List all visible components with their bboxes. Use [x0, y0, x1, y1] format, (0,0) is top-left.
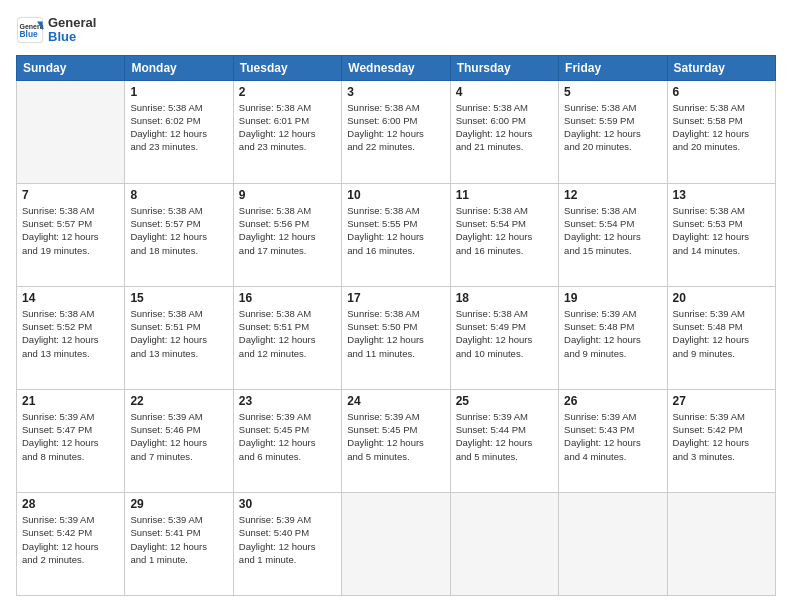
week-row-3: 14Sunrise: 5:38 AM Sunset: 5:52 PM Dayli… — [17, 286, 776, 389]
day-info: Sunrise: 5:39 AM Sunset: 5:45 PM Dayligh… — [239, 410, 336, 463]
day-info: Sunrise: 5:38 AM Sunset: 6:00 PM Dayligh… — [347, 101, 444, 154]
calendar-cell: 2Sunrise: 5:38 AM Sunset: 6:01 PM Daylig… — [233, 80, 341, 183]
day-info: Sunrise: 5:38 AM Sunset: 5:54 PM Dayligh… — [456, 204, 553, 257]
logo-blue: Blue — [48, 30, 96, 44]
day-number: 1 — [130, 85, 227, 99]
day-number: 26 — [564, 394, 661, 408]
day-info: Sunrise: 5:38 AM Sunset: 5:57 PM Dayligh… — [130, 204, 227, 257]
day-info: Sunrise: 5:39 AM Sunset: 5:48 PM Dayligh… — [564, 307, 661, 360]
day-number: 4 — [456, 85, 553, 99]
calendar-cell: 3Sunrise: 5:38 AM Sunset: 6:00 PM Daylig… — [342, 80, 450, 183]
day-number: 10 — [347, 188, 444, 202]
day-info: Sunrise: 5:39 AM Sunset: 5:40 PM Dayligh… — [239, 513, 336, 566]
weekday-header-saturday: Saturday — [667, 55, 775, 80]
calendar-cell: 16Sunrise: 5:38 AM Sunset: 5:51 PM Dayli… — [233, 286, 341, 389]
day-number: 30 — [239, 497, 336, 511]
calendar-cell: 24Sunrise: 5:39 AM Sunset: 5:45 PM Dayli… — [342, 389, 450, 492]
weekday-header-tuesday: Tuesday — [233, 55, 341, 80]
day-number: 3 — [347, 85, 444, 99]
day-number: 13 — [673, 188, 770, 202]
calendar-cell: 5Sunrise: 5:38 AM Sunset: 5:59 PM Daylig… — [559, 80, 667, 183]
calendar-cell: 14Sunrise: 5:38 AM Sunset: 5:52 PM Dayli… — [17, 286, 125, 389]
calendar-cell: 7Sunrise: 5:38 AM Sunset: 5:57 PM Daylig… — [17, 183, 125, 286]
day-number: 16 — [239, 291, 336, 305]
calendar-cell: 9Sunrise: 5:38 AM Sunset: 5:56 PM Daylig… — [233, 183, 341, 286]
weekday-header-friday: Friday — [559, 55, 667, 80]
day-info: Sunrise: 5:39 AM Sunset: 5:48 PM Dayligh… — [673, 307, 770, 360]
calendar-cell — [667, 492, 775, 595]
day-number: 12 — [564, 188, 661, 202]
day-number: 29 — [130, 497, 227, 511]
day-info: Sunrise: 5:39 AM Sunset: 5:45 PM Dayligh… — [347, 410, 444, 463]
day-info: Sunrise: 5:38 AM Sunset: 5:50 PM Dayligh… — [347, 307, 444, 360]
day-number: 20 — [673, 291, 770, 305]
day-number: 11 — [456, 188, 553, 202]
calendar-cell: 17Sunrise: 5:38 AM Sunset: 5:50 PM Dayli… — [342, 286, 450, 389]
day-number: 23 — [239, 394, 336, 408]
weekday-header-row: SundayMondayTuesdayWednesdayThursdayFrid… — [17, 55, 776, 80]
calendar-cell: 1Sunrise: 5:38 AM Sunset: 6:02 PM Daylig… — [125, 80, 233, 183]
day-number: 6 — [673, 85, 770, 99]
day-number: 14 — [22, 291, 119, 305]
day-number: 22 — [130, 394, 227, 408]
day-info: Sunrise: 5:39 AM Sunset: 5:44 PM Dayligh… — [456, 410, 553, 463]
calendar-cell: 18Sunrise: 5:38 AM Sunset: 5:49 PM Dayli… — [450, 286, 558, 389]
calendar-cell: 20Sunrise: 5:39 AM Sunset: 5:48 PM Dayli… — [667, 286, 775, 389]
calendar-table: SundayMondayTuesdayWednesdayThursdayFrid… — [16, 55, 776, 596]
day-number: 27 — [673, 394, 770, 408]
day-info: Sunrise: 5:38 AM Sunset: 5:55 PM Dayligh… — [347, 204, 444, 257]
day-info: Sunrise: 5:38 AM Sunset: 5:52 PM Dayligh… — [22, 307, 119, 360]
day-info: Sunrise: 5:39 AM Sunset: 5:43 PM Dayligh… — [564, 410, 661, 463]
calendar-cell: 28Sunrise: 5:39 AM Sunset: 5:42 PM Dayli… — [17, 492, 125, 595]
calendar-cell: 19Sunrise: 5:39 AM Sunset: 5:48 PM Dayli… — [559, 286, 667, 389]
week-row-4: 21Sunrise: 5:39 AM Sunset: 5:47 PM Dayli… — [17, 389, 776, 492]
calendar-cell: 26Sunrise: 5:39 AM Sunset: 5:43 PM Dayli… — [559, 389, 667, 492]
weekday-header-wednesday: Wednesday — [342, 55, 450, 80]
weekday-header-sunday: Sunday — [17, 55, 125, 80]
calendar-cell: 23Sunrise: 5:39 AM Sunset: 5:45 PM Dayli… — [233, 389, 341, 492]
day-info: Sunrise: 5:38 AM Sunset: 6:02 PM Dayligh… — [130, 101, 227, 154]
calendar-cell — [559, 492, 667, 595]
day-number: 7 — [22, 188, 119, 202]
day-number: 8 — [130, 188, 227, 202]
logo-icon: General Blue — [16, 16, 44, 44]
week-row-2: 7Sunrise: 5:38 AM Sunset: 5:57 PM Daylig… — [17, 183, 776, 286]
day-number: 2 — [239, 85, 336, 99]
day-info: Sunrise: 5:39 AM Sunset: 5:46 PM Dayligh… — [130, 410, 227, 463]
day-info: Sunrise: 5:38 AM Sunset: 5:56 PM Dayligh… — [239, 204, 336, 257]
day-info: Sunrise: 5:38 AM Sunset: 5:51 PM Dayligh… — [239, 307, 336, 360]
calendar-cell: 12Sunrise: 5:38 AM Sunset: 5:54 PM Dayli… — [559, 183, 667, 286]
week-row-1: 1Sunrise: 5:38 AM Sunset: 6:02 PM Daylig… — [17, 80, 776, 183]
calendar-cell: 6Sunrise: 5:38 AM Sunset: 5:58 PM Daylig… — [667, 80, 775, 183]
svg-text:Blue: Blue — [20, 29, 38, 39]
day-info: Sunrise: 5:39 AM Sunset: 5:41 PM Dayligh… — [130, 513, 227, 566]
day-info: Sunrise: 5:38 AM Sunset: 5:51 PM Dayligh… — [130, 307, 227, 360]
day-info: Sunrise: 5:39 AM Sunset: 5:42 PM Dayligh… — [673, 410, 770, 463]
day-number: 21 — [22, 394, 119, 408]
day-number: 24 — [347, 394, 444, 408]
calendar-cell: 21Sunrise: 5:39 AM Sunset: 5:47 PM Dayli… — [17, 389, 125, 492]
day-info: Sunrise: 5:38 AM Sunset: 5:53 PM Dayligh… — [673, 204, 770, 257]
page: General Blue General Blue SundayMondayTu… — [0, 0, 792, 612]
weekday-header-monday: Monday — [125, 55, 233, 80]
calendar-cell: 27Sunrise: 5:39 AM Sunset: 5:42 PM Dayli… — [667, 389, 775, 492]
day-info: Sunrise: 5:39 AM Sunset: 5:47 PM Dayligh… — [22, 410, 119, 463]
calendar-cell: 25Sunrise: 5:39 AM Sunset: 5:44 PM Dayli… — [450, 389, 558, 492]
day-info: Sunrise: 5:38 AM Sunset: 6:00 PM Dayligh… — [456, 101, 553, 154]
day-number: 9 — [239, 188, 336, 202]
day-info: Sunrise: 5:39 AM Sunset: 5:42 PM Dayligh… — [22, 513, 119, 566]
calendar-cell: 11Sunrise: 5:38 AM Sunset: 5:54 PM Dayli… — [450, 183, 558, 286]
calendar-cell: 30Sunrise: 5:39 AM Sunset: 5:40 PM Dayli… — [233, 492, 341, 595]
calendar-cell: 15Sunrise: 5:38 AM Sunset: 5:51 PM Dayli… — [125, 286, 233, 389]
calendar-cell: 8Sunrise: 5:38 AM Sunset: 5:57 PM Daylig… — [125, 183, 233, 286]
day-info: Sunrise: 5:38 AM Sunset: 5:59 PM Dayligh… — [564, 101, 661, 154]
day-info: Sunrise: 5:38 AM Sunset: 5:57 PM Dayligh… — [22, 204, 119, 257]
day-number: 17 — [347, 291, 444, 305]
logo: General Blue General Blue — [16, 16, 96, 45]
calendar-cell: 10Sunrise: 5:38 AM Sunset: 5:55 PM Dayli… — [342, 183, 450, 286]
logo-general: General — [48, 16, 96, 30]
calendar-cell: 22Sunrise: 5:39 AM Sunset: 5:46 PM Dayli… — [125, 389, 233, 492]
day-number: 5 — [564, 85, 661, 99]
calendar-cell: 4Sunrise: 5:38 AM Sunset: 6:00 PM Daylig… — [450, 80, 558, 183]
week-row-5: 28Sunrise: 5:39 AM Sunset: 5:42 PM Dayli… — [17, 492, 776, 595]
